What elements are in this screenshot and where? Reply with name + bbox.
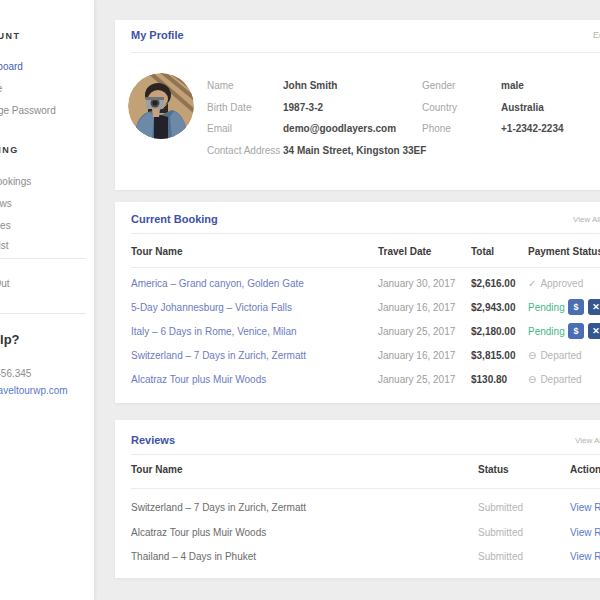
tour-link[interactable]: Italy – 6 Days in Rome, Venice, Milan <box>131 326 297 337</box>
total-amount: $2,180.00 <box>471 326 516 337</box>
sidebar-item-dashboard[interactable]: Dashboard <box>0 61 23 72</box>
booking-col-payment-status: Payment Status <box>528 246 600 257</box>
review-status: Submitted <box>478 551 523 562</box>
travel-date: January 16, 2017 <box>378 350 455 361</box>
booking-col-total: Total <box>471 246 494 257</box>
close-icon[interactable]: ✕ <box>588 323 600 339</box>
close-icon[interactable]: ✕ <box>588 299 600 315</box>
booking-section-heading: MY BOOKING <box>0 145 19 155</box>
travel-date: January 30, 2017 <box>378 278 455 289</box>
tour-name: Switzerland – 7 Days in Zurich, Zermatt <box>131 502 306 513</box>
reviews-col-tour-name: Tour Name <box>131 464 183 475</box>
field-value-contact-address: 34 Main Street, Kingston 33EF <box>283 145 426 156</box>
sidebar-item-invoices[interactable]: Invoices <box>0 220 11 231</box>
reviews-col-status: Status <box>478 464 509 475</box>
avatar <box>128 73 194 139</box>
field-value-country: Australia <box>501 102 544 113</box>
tour-link[interactable]: Alcatraz Tour plus Muir Woods <box>131 374 266 385</box>
status-badge: Pending <box>528 326 565 337</box>
total-amount: $3,815.00 <box>471 350 516 361</box>
view-review-link[interactable]: View Review <box>570 551 600 562</box>
view-review-link[interactable]: View Review <box>570 527 600 538</box>
field-value-name: John Smith <box>283 80 337 91</box>
view-review-link[interactable]: View Review <box>570 502 600 513</box>
sidebar-divider <box>0 258 86 259</box>
booking-card-title: Current Booking <box>131 213 218 225</box>
field-label-name: Name <box>207 80 234 91</box>
review-status: Submitted <box>478 502 523 513</box>
field-label-birthdate: Birth Date <box>207 102 251 113</box>
edit-profile-link[interactable]: Edit Profile <box>593 30 600 40</box>
sidebar-item-reviews[interactable]: Reviews <box>0 198 12 209</box>
field-label-country: Country <box>422 102 457 113</box>
help-email-link[interactable]: support@traveltourwp.com <box>0 385 68 396</box>
field-label-phone: Phone <box>422 123 451 134</box>
field-value-gender: male <box>501 80 524 91</box>
tour-link[interactable]: 5-Day Johannesburg – Victoria Falls <box>131 302 292 313</box>
sidebar-item-change-password[interactable]: Change Password <box>0 105 56 116</box>
tour-link[interactable]: America – Grand canyon, Golden Gate <box>131 278 304 289</box>
booking-col-travel-date: Travel Date <box>378 246 431 257</box>
help-phone: 1.800.123.456.345 <box>0 368 31 379</box>
dollar-icon[interactable]: $ <box>568 323 584 339</box>
check-icon: ✓ <box>528 278 536 289</box>
booking-view-all-link[interactable]: View All <box>573 215 600 224</box>
field-label-contact-address: Contact Address <box>207 145 280 156</box>
status-badge: ⊖Departed <box>528 350 582 361</box>
travel-date: January 16, 2017 <box>378 302 455 313</box>
total-amount: $2,943.00 <box>471 302 516 313</box>
sidebar: MY ACCOUNT Dashboard Profile Change Pass… <box>0 0 94 600</box>
sidebar-item-profile[interactable]: Profile <box>0 83 2 94</box>
sidebar-item-logout[interactable]: Log Out <box>0 278 10 289</box>
field-label-email: Email <box>207 123 232 134</box>
avatar-photo-icon <box>128 73 194 139</box>
field-value-email: demo@goodlayers.com <box>283 123 396 134</box>
divider <box>131 233 600 234</box>
sidebar-item-wishlist[interactable]: Wishlist <box>0 240 8 251</box>
circle-minus-icon: ⊖ <box>528 350 536 361</box>
total-amount: $2,616.00 <box>471 278 516 289</box>
total-amount: $130.80 <box>471 374 507 385</box>
circle-minus-icon: ⊖ <box>528 374 536 385</box>
reviews-view-all-link[interactable]: View All <box>575 436 600 445</box>
field-value-birthdate: 1987-3-2 <box>283 102 323 113</box>
divider <box>131 52 600 53</box>
booking-col-tour-name: Tour Name <box>131 246 183 257</box>
travel-date: January 25, 2017 <box>378 374 455 385</box>
sidebar-divider <box>0 313 86 314</box>
field-label-gender: Gender <box>422 80 455 91</box>
reviews-col-action: Action <box>570 464 600 475</box>
my-profile-card: My Profile Edit Profile <box>115 20 600 190</box>
tour-link[interactable]: Switzerland – 7 Days in Zurich, Zermatt <box>131 350 306 361</box>
sidebar-item-my-bookings[interactable]: My Bookings <box>0 176 31 187</box>
review-status: Submitted <box>478 527 523 538</box>
travel-date: January 25, 2017 <box>378 326 455 337</box>
dollar-icon[interactable]: $ <box>568 299 584 315</box>
field-value-phone: +1-2342-2234 <box>501 123 564 134</box>
status-badge: ✓Approved <box>528 278 583 289</box>
divider <box>131 454 600 455</box>
profile-card-title: My Profile <box>131 29 184 41</box>
status-badge: Pending <box>528 302 565 313</box>
account-section-heading: MY ACCOUNT <box>0 31 21 41</box>
status-badge: ⊖Departed <box>528 374 582 385</box>
current-booking-card: Current Booking View All Tour Name Trave… <box>115 202 600 403</box>
reviews-card-title: Reviews <box>131 434 175 446</box>
need-help-title: Need Help? <box>0 332 20 347</box>
tour-name: Alcatraz Tour plus Muir Woods <box>131 527 266 538</box>
divider <box>131 488 600 489</box>
reviews-card: Reviews View All Tour Name Status Action… <box>115 420 600 578</box>
divider <box>131 267 600 268</box>
tour-name: Thailand – 4 Days in Phuket <box>131 551 256 562</box>
